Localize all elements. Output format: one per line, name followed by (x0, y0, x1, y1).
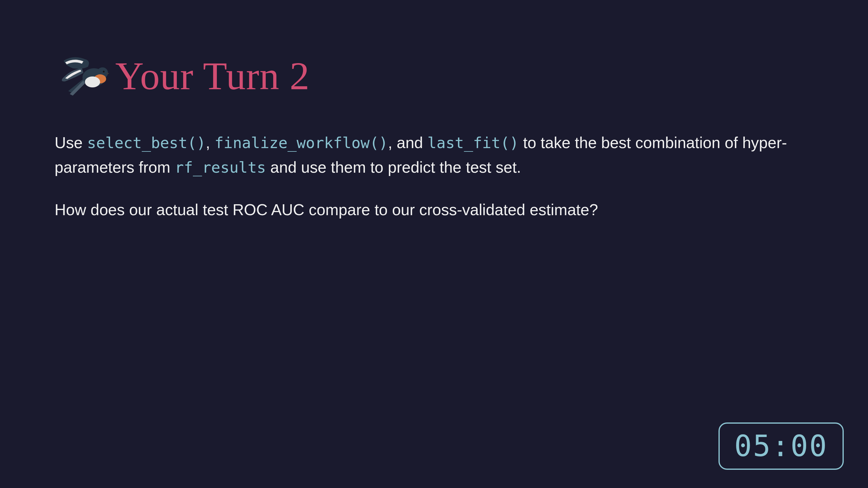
code-select-best: select_best() (87, 134, 206, 152)
code-rf-results: rf_results (175, 159, 266, 176)
title-row: Your Turn 2 (55, 52, 813, 100)
slide-container: Your Turn 2 Use select_best(), finalize_… (0, 0, 868, 488)
body-content: Use select_best(), finalize_workflow(), … (55, 131, 813, 222)
timer-display: 05:00 (718, 423, 844, 470)
code-finalize-workflow: finalize_workflow() (214, 134, 388, 152)
slide-title: Your Turn 2 (115, 53, 310, 98)
paragraph-1: Use select_best(), finalize_workflow(), … (55, 131, 813, 179)
bird-icon (55, 52, 109, 100)
text-segment: Use (55, 134, 87, 151)
svg-point-3 (85, 77, 100, 87)
text-segment: and use them to predict the test set. (266, 159, 521, 176)
svg-point-4 (103, 71, 105, 73)
code-last-fit: last_fit() (427, 134, 519, 152)
text-segment: , (206, 134, 214, 151)
paragraph-2: How does our actual test ROC AUC compare… (55, 198, 813, 222)
text-segment: , and (388, 134, 427, 151)
